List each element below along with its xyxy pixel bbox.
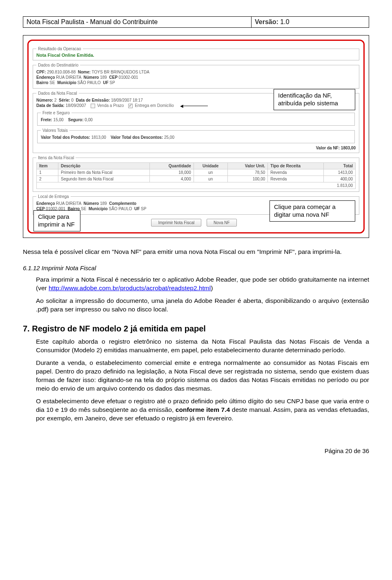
dest-num-value: 189	[100, 75, 107, 80]
nf-emissao-label: Data de Emissão:	[76, 98, 110, 102]
dest-bairro-value: SE	[49, 80, 55, 85]
dest-nome-value: TOYS BR BRINQUEDOS LTDA	[92, 70, 149, 74]
frete-legend: Frete e Seguro	[41, 111, 71, 115]
callout-click-print: Clique para imprimir a NF	[33, 210, 80, 231]
valor-nf-value: 1803,00	[341, 146, 356, 150]
dest-end-value: RUA DIREITA	[56, 75, 81, 80]
cell-vu: 100,00	[227, 176, 268, 182]
cell-tipo: Revenda	[268, 176, 324, 182]
page-header: Nota Fiscal Paulista - Manual do Contrib…	[23, 16, 369, 28]
para-6: O estabelecimento deve efetuar o registr…	[36, 397, 369, 423]
table-row: 1 Primeiro Item da Nota Fiscal 18,000 un…	[37, 169, 356, 176]
local-num-value: 189	[100, 201, 107, 206]
cell-vu: 78,50	[227, 169, 268, 176]
header-title: Nota Fiscal Paulista - Manual do Contrib…	[23, 17, 252, 28]
entrega-dom-checkbox[interactable]	[128, 104, 133, 108]
dest-uf-value: SP	[109, 80, 115, 85]
adobe-link[interactable]: http://www.adobe.com.br/products/acrobat…	[49, 284, 211, 291]
dest-cep-label: CEP	[109, 75, 118, 80]
local-end-label: Endereço	[36, 201, 55, 206]
nf-saida-value: 18/09/2007	[66, 103, 86, 108]
cell-tot: 400,00	[324, 176, 356, 182]
cell-un: un	[194, 176, 227, 182]
section-7-heading: 7. Registro de NF modelo 2 já emitida em…	[23, 324, 369, 333]
dest-end-label: Endereço	[36, 75, 55, 80]
col-tipo: Tipo de Receita	[268, 162, 324, 169]
dest-nome-label: Nome:	[78, 70, 91, 74]
local-mun-value: SÃO PAULO	[109, 207, 132, 211]
venda-prazo-label: Venda a Prazo	[97, 103, 124, 108]
valor-desc-label: Valor Total dos Descontos:	[111, 135, 163, 140]
frete-label: Frete:	[41, 118, 52, 122]
dest-uf-label: UF	[103, 80, 108, 85]
local-uf-value: SP	[141, 207, 146, 211]
cell-desc: Segundo Item da Nota Fiscal	[58, 176, 150, 182]
para-5: Durante a venda, o estabelecimento comer…	[36, 359, 369, 393]
resultado-group: Resultado da Operacao Nota Fiscal Online…	[33, 47, 359, 60]
cell-qtd: 18,000	[150, 169, 194, 176]
seguro-label: Seguro:	[68, 118, 84, 122]
local-uf-label: UF	[134, 207, 140, 211]
nf-numero-value: 2	[54, 98, 57, 102]
dest-mun-value: SÃO PAULO	[78, 80, 101, 85]
frete-value: 15,00	[53, 118, 64, 122]
para-2: Para imprimir a Nota Fiscal é necessário…	[36, 276, 369, 293]
nf-screen: Resultado da Operacao Nota Fiscal Online…	[27, 40, 365, 233]
callout-id-nf: Identificação da NF, atribuída pelo sist…	[274, 89, 355, 110]
cell-n: 2	[37, 176, 58, 182]
dest-bairro-label: Bairro	[36, 80, 48, 85]
destinatario-group: Dados do Destinatário CPF: 290.810.008-8…	[33, 63, 359, 89]
valores-legend: Valores Totais	[41, 128, 69, 133]
valores-group: Valores Totais Valor Total dos Produtos:…	[37, 128, 355, 143]
local-comp-label: Complemento	[109, 201, 136, 206]
venda-prazo-checkbox[interactable]	[91, 104, 95, 108]
nf-numero-label: Número:	[36, 98, 53, 102]
valor-prod-label: Valor Total dos Produtos:	[41, 135, 90, 140]
local-end-value: RUA DIREITA	[56, 201, 81, 206]
dest-cep-value: 01002-001	[119, 75, 138, 80]
entrega-dom-label: Entrega em Domicílio	[135, 103, 174, 108]
para-1: Nessa tela é possível clicar em "Nova NF…	[23, 248, 369, 256]
cell-tot: 1413,00	[324, 169, 356, 176]
valor-desc-value: 25,00	[164, 135, 174, 140]
para-2b: )	[211, 284, 213, 291]
page-footer: Página 20 de 36	[23, 447, 369, 454]
arrow-line	[183, 106, 208, 106]
cell-tipo: Revenda	[268, 169, 324, 176]
valor-nf-label: Valor da NF:	[316, 146, 340, 150]
resultado-legend: Resultado da Operacao	[36, 47, 83, 51]
col-desc: Descrição	[58, 162, 150, 169]
items-table: Item Descrição Quantidade Unidade Valor …	[36, 162, 356, 189]
frete-group: Frete e Seguro Frete: 15,00 Seguro: 0,00	[37, 111, 355, 126]
resultado-text: Nota Fiscal Online Emitida.	[36, 53, 356, 58]
para-4: Este capítulo aborda o registro eletrôni…	[36, 338, 369, 355]
col-item: Item	[37, 162, 58, 169]
seguro-value: 0,00	[85, 118, 92, 122]
nova-nf-button[interactable]: Nova NF	[207, 219, 236, 227]
table-total-row: 1.813,00	[37, 182, 356, 189]
version-value: 1.0	[280, 18, 289, 25]
screenshot-figure: Resultado da Operacao Nota Fiscal Online…	[23, 35, 369, 238]
local-bairro-value: SE	[81, 207, 86, 211]
dest-mun-label: Município	[57, 80, 76, 85]
local-legend: Local de Entrega	[36, 194, 71, 199]
nf-saida-label: Data de Saída:	[36, 103, 65, 108]
version-label: Versão:	[255, 18, 278, 25]
col-qtd: Quantidade	[150, 162, 194, 169]
cell-qtd: 4,000	[150, 176, 194, 182]
nf-legend: Dados da Nota Fiscal	[36, 91, 79, 96]
imprimir-nf-button[interactable]: Imprimir Nota Fiscal	[151, 219, 201, 227]
header-version: Versão: 1.0	[252, 17, 369, 28]
col-unid: Unidade	[194, 162, 227, 169]
dest-legend: Dados do Destinatário	[36, 63, 80, 67]
nf-serie-label: Série:	[59, 98, 70, 102]
itens-legend: Itens da Nota Fiscal	[36, 156, 76, 160]
col-vunit: Valor Unit.	[227, 162, 268, 169]
dest-num-label: Número	[83, 75, 99, 80]
cell-n: 1	[37, 169, 58, 176]
local-num-label: Número	[83, 201, 99, 206]
callout-click-new: Clique para começar a digitar uma nova N…	[270, 200, 355, 222]
arrow-left-icon	[180, 104, 183, 108]
table-row: 2 Segundo Item da Nota Fiscal 4,000 un 1…	[37, 176, 356, 182]
section-6-1-12-heading: 6.1.12 Imprimir Nota Fiscal	[23, 264, 369, 271]
